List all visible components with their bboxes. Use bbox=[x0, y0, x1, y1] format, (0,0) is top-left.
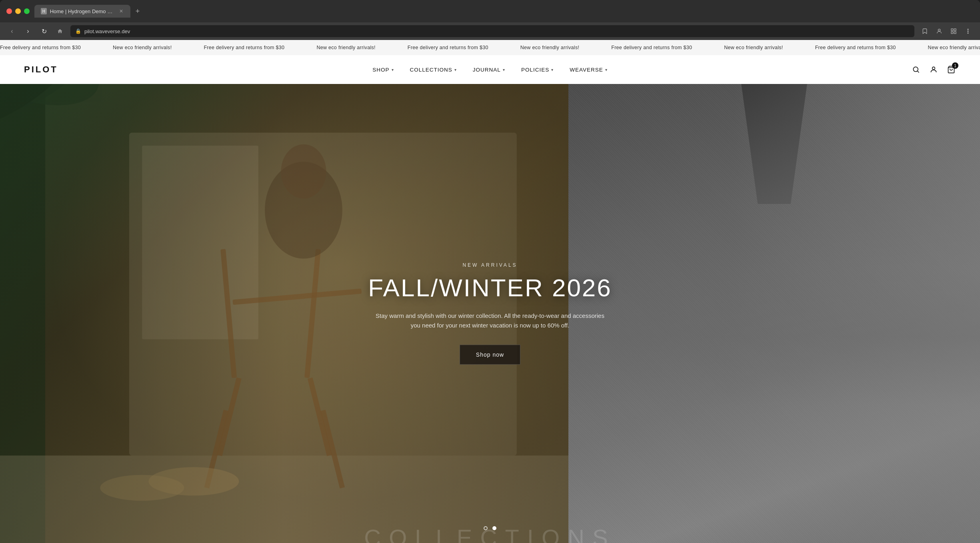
hero-shop-now-button[interactable]: Shop now bbox=[460, 345, 520, 365]
tab-favicon: H bbox=[41, 8, 47, 14]
hero-subtitle: NEW ARRIVALS bbox=[350, 262, 630, 268]
announcement-item: Free delivery and returns from $30 bbox=[204, 45, 284, 50]
hero-title: FALL/WINTER 2026 bbox=[350, 274, 630, 301]
svg-rect-1 bbox=[951, 29, 953, 31]
slider-dot-1[interactable] bbox=[484, 526, 488, 530]
bookmark-icon[interactable] bbox=[919, 26, 930, 37]
slider-dot-2[interactable] bbox=[492, 526, 496, 530]
nav-actions: 1 bbox=[911, 65, 956, 74]
minimize-window-button[interactable] bbox=[15, 8, 21, 14]
chevron-down-icon: ▾ bbox=[605, 68, 608, 72]
chevron-down-icon: ▾ bbox=[503, 68, 505, 72]
announcement-item: Free delivery and returns from $30 bbox=[408, 45, 488, 50]
announcement-track: Free delivery and returns from $30 New e… bbox=[0, 45, 980, 50]
chevron-down-icon: ▾ bbox=[454, 68, 457, 72]
new-tab-button[interactable]: + bbox=[132, 6, 143, 17]
nav-item-policies[interactable]: POLICIES ▾ bbox=[521, 67, 554, 73]
svg-rect-2 bbox=[954, 29, 956, 31]
active-tab[interactable]: H Home | Hydrogen Demo Stor... ✕ bbox=[34, 5, 130, 18]
slider-dots bbox=[484, 526, 496, 530]
nav-item-weaverse[interactable]: WEAVERSE ▾ bbox=[570, 67, 608, 73]
chevron-down-icon: ▾ bbox=[551, 68, 554, 72]
announcement-item: Free delivery and returns from $30 bbox=[815, 45, 896, 50]
home-button[interactable] bbox=[54, 26, 66, 37]
svg-point-0 bbox=[938, 29, 940, 31]
nav-item-collections[interactable]: COLLECTIONS ▾ bbox=[410, 67, 457, 73]
announcement-item: New eco friendly arrivals! bbox=[316, 45, 375, 50]
website-content: Free delivery and returns from $30 New e… bbox=[0, 40, 980, 543]
maximize-window-button[interactable] bbox=[24, 8, 30, 14]
chevron-down-icon: ▾ bbox=[392, 68, 394, 72]
window-controls bbox=[6, 8, 30, 14]
announcement-bar: Free delivery and returns from $30 New e… bbox=[0, 40, 980, 55]
nav-item-shop[interactable]: SHOP ▾ bbox=[372, 67, 394, 73]
svg-rect-3 bbox=[951, 32, 953, 34]
menu-icon[interactable] bbox=[962, 26, 974, 37]
ssl-icon: 🔒 bbox=[75, 28, 81, 34]
main-nav: PILOT SHOP ▾ COLLECTIONS ▾ JOURNAL ▾ POL… bbox=[0, 55, 980, 84]
nav-links: SHOP ▾ COLLECTIONS ▾ JOURNAL ▾ POLICIES … bbox=[372, 67, 607, 73]
svg-point-5 bbox=[968, 29, 968, 30]
search-icon[interactable] bbox=[911, 65, 921, 74]
tab-close-button[interactable]: ✕ bbox=[118, 8, 124, 14]
announcement-item: New eco friendly arrivals! bbox=[928, 45, 980, 50]
close-window-button[interactable] bbox=[6, 8, 12, 14]
announcement-item: Free delivery and returns from $30 bbox=[0, 45, 81, 50]
profile-icon[interactable] bbox=[934, 26, 945, 37]
hero-description: Stay warm and stylish with our winter co… bbox=[374, 311, 606, 330]
address-bar[interactable]: 🔒 pilot.waveverse.dev bbox=[70, 25, 914, 37]
toolbar-actions bbox=[919, 26, 974, 37]
hero-right-fabric bbox=[568, 84, 980, 543]
tab-title: Home | Hydrogen Demo Stor... bbox=[50, 8, 115, 14]
svg-rect-4 bbox=[954, 32, 956, 34]
announcement-item: New eco friendly arrivals! bbox=[724, 45, 783, 50]
svg-point-6 bbox=[968, 31, 968, 32]
back-button[interactable]: ‹ bbox=[6, 26, 18, 37]
svg-point-8 bbox=[913, 67, 918, 72]
browser-tabs: H Home | Hydrogen Demo Stor... ✕ + bbox=[34, 5, 974, 18]
announcement-item: New eco friendly arrivals! bbox=[113, 45, 172, 50]
svg-point-7 bbox=[968, 33, 968, 34]
announcement-item: Free delivery and returns from $30 bbox=[611, 45, 692, 50]
browser-window: H Home | Hydrogen Demo Stor... ✕ + ‹ › ↻… bbox=[0, 0, 980, 543]
nav-item-journal[interactable]: JOURNAL ▾ bbox=[473, 67, 505, 73]
announcement-item: New eco friendly arrivals! bbox=[520, 45, 579, 50]
browser-toolbar: ‹ › ↻ 🔒 pilot.waveverse.dev bbox=[0, 22, 980, 40]
site-logo[interactable]: PILOT bbox=[24, 64, 58, 75]
svg-point-9 bbox=[932, 67, 935, 70]
hero-content: NEW ARRIVALS FALL/WINTER 2026 Stay warm … bbox=[350, 262, 630, 365]
refresh-button[interactable]: ↻ bbox=[38, 26, 50, 37]
extensions-icon[interactable] bbox=[948, 26, 959, 37]
address-text: pilot.waveverse.dev bbox=[84, 28, 130, 34]
cart-count: 1 bbox=[952, 62, 958, 69]
browser-titlebar: H Home | Hydrogen Demo Stor... ✕ + bbox=[0, 0, 980, 22]
forward-button[interactable]: › bbox=[22, 26, 34, 37]
account-icon[interactable] bbox=[929, 65, 938, 74]
hero-section: NEW ARRIVALS FALL/WINTER 2026 Stay warm … bbox=[0, 84, 980, 543]
cart-icon[interactable]: 1 bbox=[946, 65, 956, 74]
